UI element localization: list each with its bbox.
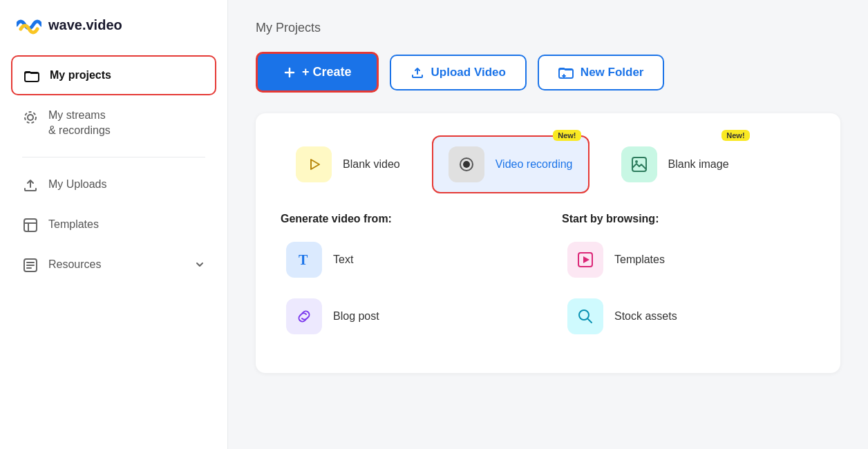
record-icon: [457, 155, 475, 173]
svg-point-8: [463, 161, 470, 168]
templates-icon-box: [567, 242, 603, 278]
chevron-down-icon: [194, 259, 205, 270]
templates-icon: [576, 251, 594, 269]
logo-icon: [17, 15, 41, 35]
sidebar-item-label-my-uploads: My Uploads: [48, 178, 106, 191]
main-content: My Projects + Create Upload Video New Fo…: [228, 0, 868, 449]
text-label: Text: [333, 254, 353, 266]
svg-point-14: [579, 310, 589, 320]
browse-section: Start by browsing: Templates: [562, 213, 815, 351]
svg-marker-13: [583, 256, 589, 263]
sidebar-item-label-my-streams: My streams& recordings: [48, 108, 111, 139]
section-item-templates[interactable]: Templates: [562, 238, 815, 282]
generate-section-title: Generate video from:: [281, 213, 534, 225]
template-icon: [22, 217, 39, 233]
generate-section: Generate video from: T Text: [281, 213, 534, 351]
templates-label: Templates: [614, 254, 665, 266]
blog-post-label: Blog post: [333, 310, 379, 323]
content-panel: Blank video Video recording New!: [256, 113, 840, 373]
blank-image-label: Blank image: [668, 158, 729, 171]
blank-video-icon-box: [296, 146, 332, 182]
image-icon: [630, 155, 648, 173]
page-title: My Projects: [256, 21, 840, 35]
stock-assets-label: Stock assets: [614, 310, 677, 323]
new-badge-blank-image: New!: [721, 130, 749, 141]
svg-point-2: [25, 112, 36, 123]
upload-video-button[interactable]: Upload Video: [390, 55, 527, 90]
text-icon: T: [295, 251, 313, 269]
logo-text: wave.video: [48, 17, 122, 33]
play-icon: [305, 155, 323, 173]
new-folder-button[interactable]: New Folder: [538, 55, 665, 90]
section-item-text[interactable]: T Text: [281, 238, 534, 282]
blank-image-icon-box: [621, 146, 657, 182]
new-folder-icon: [558, 66, 574, 79]
resources-left: Resources: [22, 256, 101, 274]
option-blank-video[interactable]: Blank video: [281, 135, 415, 193]
top-options: Blank video Video recording New!: [281, 135, 815, 193]
text-icon-box: T: [286, 242, 322, 278]
plus-icon: [283, 66, 296, 79]
sidebar-item-my-streams[interactable]: My streams& recordings: [11, 98, 216, 149]
svg-rect-9: [632, 157, 646, 171]
sidebar-item-resources[interactable]: Resources: [11, 246, 216, 283]
search-icon: [576, 307, 594, 325]
sidebar-item-label-templates: Templates: [48, 218, 99, 231]
svg-text:T: T: [299, 252, 308, 267]
new-badge-video-recording: New!: [553, 130, 581, 141]
folder-icon: [23, 68, 40, 84]
video-recording-label: Video recording: [496, 158, 573, 171]
sidebar-item-my-projects[interactable]: My projects: [11, 55, 216, 95]
resources-icon: [22, 257, 39, 274]
sidebar-item-templates[interactable]: Templates: [11, 206, 216, 243]
sections-row: Generate video from: T Text: [281, 213, 815, 351]
upload-icon: [411, 66, 424, 79]
sidebar-item-label-my-projects: My projects: [50, 69, 111, 82]
sidebar: wave.video My projects My streams& recor…: [0, 0, 228, 449]
blank-video-label: Blank video: [343, 158, 400, 171]
svg-rect-3: [24, 219, 37, 231]
svg-point-10: [635, 160, 638, 163]
section-item-blog-post[interactable]: Blog post: [281, 294, 534, 338]
streams-icon: [22, 109, 39, 126]
option-video-recording[interactable]: Video recording New!: [432, 135, 589, 193]
option-blank-image[interactable]: Blank image New!: [606, 135, 744, 193]
link-icon: [295, 307, 313, 325]
upload-icon: [22, 177, 39, 193]
svg-point-1: [28, 115, 33, 120]
section-item-stock-assets[interactable]: Stock assets: [562, 294, 815, 338]
blog-post-icon-box: [286, 298, 322, 334]
sidebar-item-my-uploads[interactable]: My Uploads: [11, 166, 216, 203]
create-button[interactable]: + Create: [256, 52, 379, 93]
video-recording-icon-box: [449, 146, 484, 182]
browse-section-title: Start by browsing:: [562, 213, 815, 225]
sidebar-item-label-resources: Resources: [48, 258, 101, 271]
svg-marker-6: [311, 160, 319, 169]
sidebar-nav: My projects My streams& recordings My Up…: [0, 50, 227, 289]
stock-assets-icon-box: [567, 298, 603, 334]
logo-area: wave.video: [0, 0, 227, 50]
nav-divider: [22, 157, 205, 157]
action-row: + Create Upload Video New Folder: [256, 52, 840, 93]
